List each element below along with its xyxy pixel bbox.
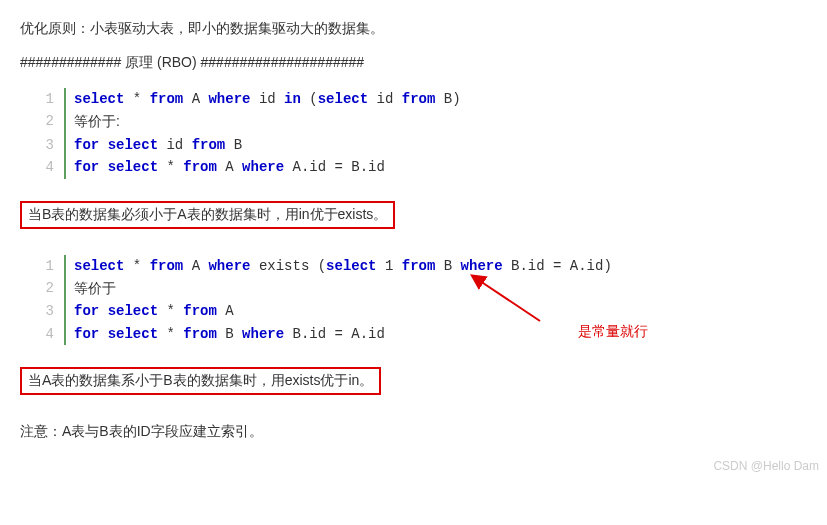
code-line: 4for select * from A where A.id = B.id	[30, 156, 807, 178]
code-content: 等价于	[64, 277, 116, 300]
code-content: select * from A where id in (select id f…	[64, 88, 461, 110]
code-line: 4for select * from B where B.id = A.id	[30, 323, 807, 345]
code-line: 3for select * from A	[30, 300, 807, 322]
line-number: 2	[30, 110, 64, 132]
code-content: select * from A where exists (select 1 f…	[64, 255, 612, 277]
line-number: 3	[30, 134, 64, 156]
code-line: 2等价于:	[30, 110, 807, 133]
watermark: CSDN @Hello Dam	[713, 459, 819, 473]
code-content: 等价于:	[64, 110, 120, 133]
constant-annotation: 是常量就行	[578, 323, 648, 341]
code-content: for select * from A	[64, 300, 234, 322]
rule-box-1: 当B表的数据集必须小于A表的数据集时，用in优于exists。	[20, 201, 395, 229]
rule2-text: 当A表的数据集系小于B表的数据集时，用exists优于in。	[28, 372, 373, 388]
line-number: 3	[30, 300, 64, 322]
line-number: 2	[30, 277, 64, 299]
code-content: for select * from A where A.id = B.id	[64, 156, 385, 178]
intro-text: 优化原则：小表驱动大表，即小的数据集驱动大的数据集。	[20, 20, 807, 38]
code-content: for select id from B	[64, 134, 242, 156]
line-number: 1	[30, 88, 64, 110]
line-number: 4	[30, 323, 64, 345]
rule1-text: 当B表的数据集必须小于A表的数据集时，用in优于exists。	[28, 206, 387, 222]
note-text: 注意：A表与B表的ID字段应建立索引。	[20, 423, 807, 441]
line-number: 1	[30, 255, 64, 277]
code-line: 2等价于	[30, 277, 807, 300]
rule-box-2: 当A表的数据集系小于B表的数据集时，用exists优于in。	[20, 367, 381, 395]
code-content: for select * from B where B.id = A.id	[64, 323, 385, 345]
code-block-2: 1select * from A where exists (select 1 …	[30, 255, 807, 346]
code-block-1: 1select * from A where id in (select id …	[30, 88, 807, 179]
code-line: 3for select id from B	[30, 134, 807, 156]
divider-text: ############# 原理 (RBO) #################…	[20, 54, 807, 72]
code-line: 1select * from A where exists (select 1 …	[30, 255, 807, 277]
code-line: 1select * from A where id in (select id …	[30, 88, 807, 110]
line-number: 4	[30, 156, 64, 178]
